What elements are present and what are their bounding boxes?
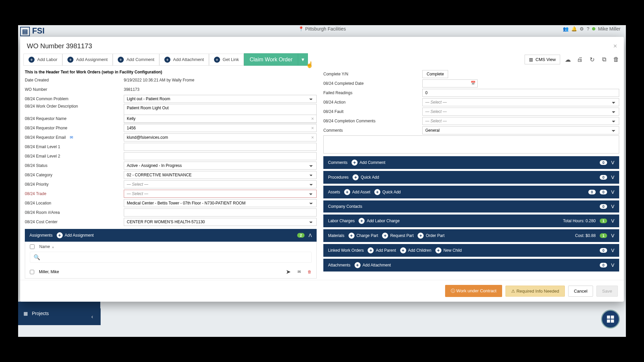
add-parent-button[interactable]: +Add Parent xyxy=(368,247,396,253)
requestor-phone-input[interactable] xyxy=(124,124,317,132)
complete-button[interactable]: Complete xyxy=(422,70,448,78)
user-menu[interactable]: 👥🔔⚙?Mike Miller xyxy=(563,26,621,32)
add-asset-button[interactable]: +Add Asset xyxy=(344,189,370,195)
send-icon[interactable]: ➤ xyxy=(286,268,291,276)
clear-icon[interactable]: × xyxy=(311,116,314,121)
chevron-down-icon[interactable]: ᐯ xyxy=(611,160,614,165)
attachments-panel-head[interactable]: Attachments +Add Attachment 0ᐯ xyxy=(323,259,619,272)
assignment-search[interactable]: 🔍 xyxy=(30,252,312,263)
required-info-needed-button[interactable]: ⚠ Required Info Needed xyxy=(505,286,565,297)
category-select[interactable]: 02 - CORRECTIVE MAINTENANCE xyxy=(124,171,317,179)
trade-select[interactable]: — Select — xyxy=(124,190,317,198)
assignments-title: Assignments xyxy=(30,233,53,238)
projects-icon: ▦ xyxy=(23,311,28,316)
materials-cost-label: Cost: $0.88 xyxy=(575,233,596,238)
add-labor-button[interactable]: +Add Labor xyxy=(23,54,62,66)
select-all-checkbox[interactable] xyxy=(30,244,35,249)
calendar-icon[interactable]: 📅 xyxy=(471,81,476,85)
delete-row-icon[interactable]: 🗑 xyxy=(308,269,312,274)
chevron-down-icon[interactable]: ▾ xyxy=(298,54,308,65)
email-icon[interactable]: ✉ xyxy=(70,135,73,140)
clear-icon[interactable]: × xyxy=(311,125,314,131)
company-contacts-panel-head[interactable]: Company Contacts 0ᐯ xyxy=(323,200,619,213)
comments-panel-head[interactable]: Comments +Add Comment 0ᐯ xyxy=(323,156,619,169)
cancel-button[interactable]: Cancel xyxy=(568,286,593,297)
row-checkbox[interactable] xyxy=(30,270,34,274)
modal-title: WO Number 3981173 xyxy=(27,42,92,50)
plus-icon: + xyxy=(214,57,220,63)
category-label: 08/24 Category xyxy=(25,173,124,177)
assignment-row: Miller, Mike ➤ ✉ 🗑 xyxy=(25,265,316,278)
common-problem-select[interactable]: Light out - Patient Room xyxy=(124,95,317,103)
email-level-1-input[interactable] xyxy=(124,143,317,151)
room-input[interactable] xyxy=(124,208,317,217)
work-under-contract-button[interactable]: ⓘ Work under Contract xyxy=(445,285,502,297)
completed-date-input[interactable] xyxy=(422,79,478,87)
linked-work-orders-panel-head[interactable]: Linked Work Orders +Add Parent +Add Chil… xyxy=(323,244,619,257)
name-column-header[interactable]: Name▲ xyxy=(39,244,55,249)
wo-number-label: WO Number xyxy=(25,87,124,92)
print-icon[interactable]: 🖨 xyxy=(576,55,584,64)
mail-icon[interactable]: ✉ xyxy=(298,269,301,274)
wo-number-value: 3981173 xyxy=(124,87,317,92)
comments-textarea[interactable] xyxy=(323,135,619,154)
assignee-name: Miller, Mike xyxy=(39,269,59,274)
get-link-button[interactable]: +Get Link xyxy=(209,54,244,66)
cloud-icon[interactable]: ☁ xyxy=(564,55,572,64)
add-assignment-panel-button[interactable]: +Add Assignment xyxy=(57,232,94,238)
cost-center-select[interactable]: CENTER FOR WOMEN'S HEALTH-571130 xyxy=(124,218,317,226)
save-button[interactable]: Save xyxy=(596,286,618,297)
add-comment-button[interactable]: +Add Comment xyxy=(113,54,159,66)
modal-close-button[interactable]: × xyxy=(613,42,617,50)
labor-charges-panel-head[interactable]: Labor Charges +Add Labor Charge Total Ho… xyxy=(323,215,619,227)
assets-quick-add-button[interactable]: +Quick Add xyxy=(374,189,401,195)
add-assignment-button[interactable]: +Add Assignment xyxy=(62,54,113,66)
order-part-button[interactable]: +Order Part xyxy=(418,233,444,239)
fab-button[interactable] xyxy=(601,310,620,328)
add-labor-charge-button[interactable]: +Add Labor Charge xyxy=(359,218,399,224)
modal-toolbar: +Add Labor +Add Assignment +Add Comment … xyxy=(20,53,624,68)
fault-select[interactable]: — Select — xyxy=(422,108,619,116)
history-icon[interactable]: ↻ xyxy=(588,55,596,64)
procedures-quick-add-button[interactable]: +Quick Add xyxy=(353,174,379,180)
facility-name: 📍 Pittsburgh Facilities xyxy=(298,26,346,32)
map-icon: ▥ xyxy=(529,57,533,62)
claim-work-order-button[interactable]: Claim Work Order ▾ xyxy=(244,53,308,66)
delete-icon[interactable]: 🗑 xyxy=(612,55,621,64)
requestor-name-input[interactable] xyxy=(124,115,317,123)
requestor-name-label: 08/24 Requestor Name xyxy=(25,116,124,121)
status-select[interactable]: Active - Assigned - In Progress xyxy=(124,162,317,170)
add-attachment-panel-button[interactable]: +Add Attachment xyxy=(355,262,391,268)
completion-comments-select[interactable]: — Select — xyxy=(422,117,619,125)
new-child-button[interactable]: +New Child xyxy=(435,247,462,253)
action-label: 08/24 Action xyxy=(323,100,422,105)
clear-icon[interactable]: × xyxy=(311,135,314,140)
action-select[interactable]: — Select — xyxy=(422,98,619,106)
add-comment-panel-button[interactable]: +Add Comment xyxy=(352,160,385,166)
assets-panel-head[interactable]: Assets +Add Asset +Quick Add 00ᐯ xyxy=(323,186,619,198)
plus-icon: + xyxy=(29,57,35,63)
request-part-button[interactable]: +Request Part xyxy=(382,233,414,239)
failed-readings-input[interactable] xyxy=(422,89,619,97)
procedures-panel-head[interactable]: Procedures +Quick Add 0ᐯ xyxy=(323,171,619,184)
plus-icon: + xyxy=(164,57,170,63)
email-level-1-label: 08/24 Email Level 1 xyxy=(25,144,124,149)
total-hours-label: Total Hours: 0.280 xyxy=(563,219,595,223)
priority-select[interactable]: — Select — xyxy=(124,180,317,188)
requestor-email-input[interactable] xyxy=(124,133,317,141)
comments-type-select[interactable]: General xyxy=(422,126,619,134)
email-level-2-input[interactable] xyxy=(124,152,317,160)
sidebar-collapse-button[interactable]: ‹ xyxy=(84,308,101,325)
email-level-2-label: 08/24 Email Level 2 xyxy=(25,154,124,159)
cms-view-button[interactable]: ▥CMS View xyxy=(525,55,560,64)
charge-part-button[interactable]: +Charge Part xyxy=(348,233,378,239)
add-children-button[interactable]: +Add Children xyxy=(400,247,431,253)
materials-panel-head[interactable]: Materials +Charge Part +Request Part +Or… xyxy=(323,229,619,242)
requestor-phone-label: 08/24 Requestor Phone xyxy=(25,126,124,130)
copy-icon[interactable]: ⧉ xyxy=(600,55,608,64)
add-attachment-button[interactable]: +Add Attachment xyxy=(159,54,209,66)
chevron-up-icon[interactable]: ᐱ xyxy=(309,233,312,238)
status-label: 08/24 Status xyxy=(25,163,124,168)
fault-label: 08/24 Fault xyxy=(323,109,422,114)
location-select[interactable]: Medical Center - Bettis Tower - 07th Flo… xyxy=(124,199,317,207)
